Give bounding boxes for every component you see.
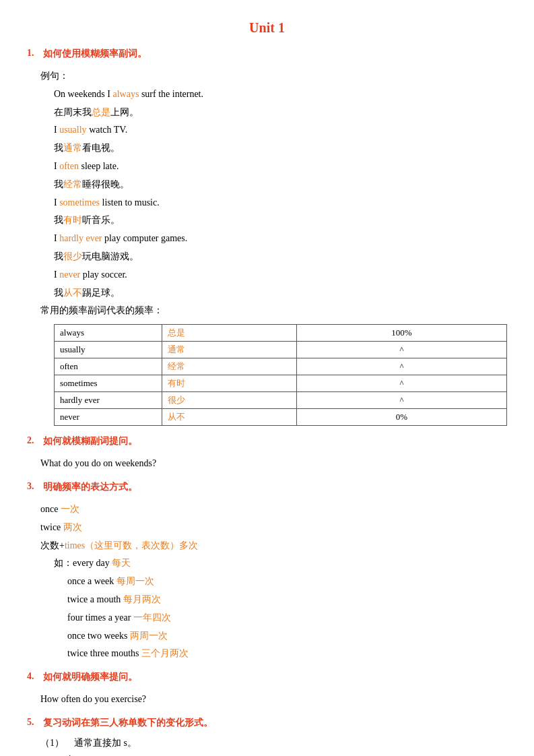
- table-cell-english: usually: [55, 342, 162, 358]
- section-3: 3. 明确频率的表达方式。 once 一次 twice 两次 次数+times（…: [27, 481, 507, 662]
- section-3-twiceamouth: twice a mouth 每月两次: [67, 592, 507, 608]
- section-3-heading: 明确频率的表达方式。: [43, 481, 137, 493]
- paren-1: （1）: [40, 737, 74, 749]
- table-row: sometimes 有时 ^: [55, 375, 507, 392]
- section-2-heading: 如何就模糊副词提问。: [43, 435, 137, 447]
- section-3-fourtimesayear: four times a year 一年四次: [67, 610, 507, 626]
- page-title: Unit 1: [27, 20, 507, 36]
- section-1-heading: 如何使用模糊频率副词。: [43, 48, 147, 60]
- example-12: 我从不踢足球。: [54, 285, 507, 301]
- table-cell-chinese: 总是: [162, 325, 297, 342]
- section-4-number: 4.: [27, 671, 40, 682]
- table-cell-english: always: [55, 325, 162, 342]
- example-11: I never play soccer.: [54, 267, 507, 283]
- table-cell-english: hardly ever: [55, 392, 162, 409]
- section-2: 2. 如何就模糊副词提问。 What do you do on weekends…: [27, 435, 507, 472]
- examples-label: 例句：: [40, 68, 507, 84]
- section-5: 5. 复习动词在第三人称单数下的变化形式。 （1） 通常直接加 s。 如：wor…: [27, 717, 507, 756]
- section-3-times: 次数+times（这里可数，表次数）多次: [40, 538, 507, 554]
- section-1: 1. 如何使用模糊频率副词。 例句： On weekends I always …: [27, 48, 507, 426]
- section-5-heading: 复习动词在第三人称单数下的变化形式。: [43, 717, 213, 729]
- section-3-everyday: 如：every day 每天: [54, 555, 507, 571]
- example-7: I sometimes listen to music.: [54, 195, 507, 211]
- section-3-onceaweek: once a week 每周一次: [67, 573, 507, 590]
- table-row: often 经常 ^: [55, 358, 507, 375]
- section-4-line-1: How often do you exercise?: [40, 691, 507, 707]
- table-cell-english: often: [55, 358, 162, 375]
- example-4: 我通常看电视。: [54, 140, 507, 156]
- paren-1-text: 通常直接加 s。: [74, 737, 137, 749]
- table-cell-percent: 0%: [297, 409, 507, 426]
- section-5-number: 5.: [27, 717, 40, 728]
- section-5-item-1: （1） 通常直接加 s。: [40, 737, 507, 749]
- example-9: I hardly ever play computer games.: [54, 230, 507, 247]
- table-row: usually 通常 ^: [55, 342, 507, 358]
- table-cell-percent: 100%: [297, 325, 507, 342]
- table-cell-percent: ^: [297, 342, 507, 358]
- section-5-item-1-example: 如：work--->works: [67, 752, 507, 756]
- table-cell-chinese: 从不: [162, 409, 297, 426]
- section-4: 4. 如何就明确频率提问。 How often do you exercise?: [27, 671, 507, 707]
- frequency-table: always 总是 100% usually 通常 ^ often 经常 ^ s…: [54, 324, 507, 426]
- table-cell-english: sometimes: [55, 375, 162, 392]
- example-5: I often sleep late.: [54, 158, 507, 175]
- table-cell-chinese: 有时: [162, 375, 297, 392]
- table-cell-percent: ^: [297, 375, 507, 392]
- table-cell-chinese: 通常: [162, 342, 297, 358]
- table-cell-english: never: [55, 409, 162, 426]
- example-3: I usually watch TV.: [54, 122, 507, 138]
- table-row: never 从不 0%: [55, 409, 507, 426]
- table-cell-percent: ^: [297, 392, 507, 409]
- example-6: 我经常睡得很晚。: [54, 177, 507, 193]
- section-3-twicethreemouths: twice three mouths 三个月两次: [67, 645, 507, 662]
- example-2: 在周末我总是上网。: [54, 104, 507, 121]
- example-8: 我有时听音乐。: [54, 212, 507, 228]
- section-3-oncetwoweeks: once two weeks 两周一次: [67, 628, 507, 644]
- section-2-number: 2.: [27, 435, 40, 446]
- example-1: On weekends I always surf the internet.: [54, 86, 507, 102]
- section-3-twice: twice 两次: [40, 519, 507, 536]
- section-2-line-1: What do you do on weekends?: [40, 455, 507, 472]
- table-row: always 总是 100%: [55, 325, 507, 342]
- section-3-number: 3.: [27, 481, 40, 492]
- section-3-once: once 一次: [40, 501, 507, 517]
- table-cell-chinese: 经常: [162, 358, 297, 375]
- table-label: 常用的频率副词代表的频率：: [40, 303, 507, 319]
- table-row: hardly ever 很少 ^: [55, 392, 507, 409]
- section-4-heading: 如何就明确频率提问。: [43, 671, 137, 683]
- table-cell-chinese: 很少: [162, 392, 297, 409]
- section-1-number: 1.: [27, 48, 40, 59]
- table-cell-percent: ^: [297, 358, 507, 375]
- example-10: 我很少玩电脑游戏。: [54, 249, 507, 265]
